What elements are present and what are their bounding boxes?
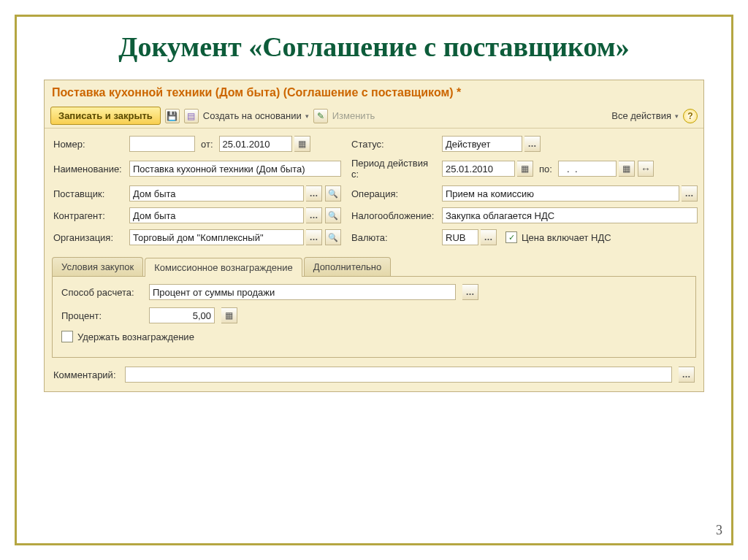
tab-commission[interactable]: Комиссионное вознаграждение <box>145 258 302 277</box>
page-number: 3 <box>716 523 722 538</box>
